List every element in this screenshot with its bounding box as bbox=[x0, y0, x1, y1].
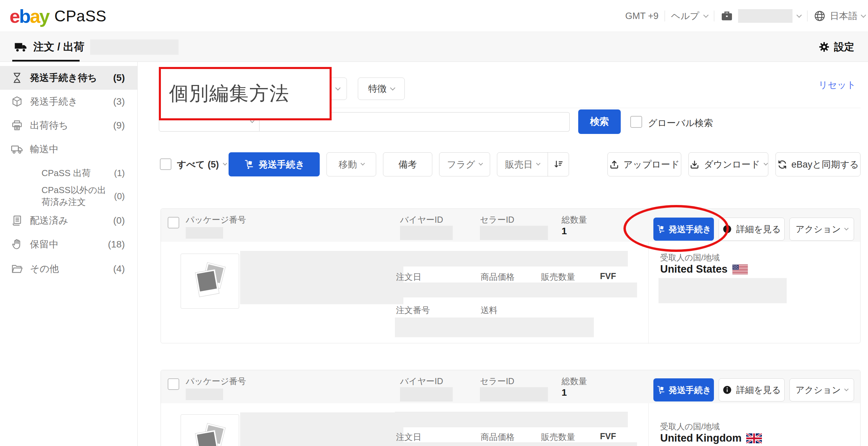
sort-button[interactable] bbox=[548, 153, 569, 176]
sidebar-item-delivered[interactable]: 配送済み (0) bbox=[0, 209, 138, 233]
recipient-country-value: United Kingdom bbox=[660, 432, 762, 444]
printer-icon bbox=[10, 119, 24, 132]
sidebar-item-count: (0) bbox=[113, 215, 125, 226]
item-price-label: 商品価格 bbox=[481, 431, 515, 443]
note-button[interactable]: 備考 bbox=[383, 152, 432, 176]
sidebar-item-count: (9) bbox=[113, 120, 125, 131]
redacted-account-name bbox=[738, 9, 792, 23]
flag-label: フラグ bbox=[447, 158, 475, 171]
total-qty-value: 1 bbox=[562, 226, 567, 237]
buyer-id-label: バイヤーID bbox=[400, 214, 443, 225]
truck-icon bbox=[10, 142, 24, 156]
sidebar-item-shipping-process[interactable]: 発送手続き (3) bbox=[0, 90, 138, 114]
tab-orders-shipments[interactable]: 注文 / 出荷 bbox=[14, 32, 84, 62]
feature-filter-button[interactable]: 特徴 bbox=[358, 78, 405, 100]
country-name: United States bbox=[660, 263, 728, 275]
total-qty-label: 総数量 bbox=[562, 376, 587, 387]
redacted-value bbox=[395, 412, 628, 427]
chevron-down-icon bbox=[361, 161, 365, 166]
redacted-item-title bbox=[240, 412, 403, 446]
sale-date-button[interactable]: 販売日 bbox=[497, 153, 548, 176]
download-button[interactable]: ダウンロード bbox=[688, 152, 768, 176]
upload-label: アップロード bbox=[623, 158, 680, 171]
folder-icon bbox=[10, 262, 24, 276]
sync-ebay-button[interactable]: eBayと同期する bbox=[775, 152, 861, 176]
flag-button[interactable]: フラグ bbox=[439, 152, 490, 176]
order-checkbox[interactable] bbox=[168, 378, 179, 390]
redacted-value bbox=[395, 251, 628, 267]
redacted-nav-item bbox=[90, 39, 179, 55]
info-icon bbox=[722, 385, 732, 395]
sidebar-item-count: (4) bbox=[113, 263, 125, 274]
sync-label: eBayと同期する bbox=[791, 158, 859, 171]
header-right-cluster: GMT +9 ヘルプ 日本語 bbox=[625, 0, 865, 32]
seller-id-label: セラーID bbox=[480, 214, 514, 225]
actions-button[interactable]: アクション bbox=[789, 378, 854, 401]
redacted-item-title bbox=[240, 251, 403, 304]
settings-button[interactable]: 設定 bbox=[818, 32, 854, 62]
divider bbox=[807, 11, 807, 21]
buyer-id-label: バイヤーID bbox=[400, 376, 443, 387]
sidebar-item-others[interactable]: その他 (4) bbox=[0, 257, 138, 281]
move-button[interactable]: 移動 bbox=[327, 152, 376, 176]
view-details-button[interactable]: 詳細を見る bbox=[719, 378, 785, 401]
select-all-checkbox[interactable] bbox=[160, 158, 171, 170]
sidebar-item-label: 保留中 bbox=[30, 238, 59, 251]
bulk-ship-process-button[interactable]: 発送手続き bbox=[229, 152, 320, 176]
select-all-dropdown[interactable]: すべて (5) bbox=[177, 152, 227, 176]
download-icon bbox=[689, 159, 700, 170]
global-search-checkbox[interactable] bbox=[630, 116, 642, 128]
view-details-label: 詳細を見る bbox=[736, 223, 781, 235]
country-name: United Kingdom bbox=[660, 432, 741, 444]
sidebar-item-label: 発送手続き待ち bbox=[30, 71, 97, 84]
redacted-value bbox=[186, 389, 223, 400]
briefcase-icon bbox=[720, 10, 733, 22]
product-image-placeholder bbox=[181, 414, 239, 446]
search-button[interactable]: 検索 bbox=[578, 109, 621, 134]
help-menu[interactable]: ヘルプ bbox=[671, 10, 708, 22]
account-menu[interactable] bbox=[720, 9, 801, 23]
reset-link[interactable]: リセット bbox=[818, 79, 856, 91]
sidebar-item-count: (0) bbox=[114, 191, 125, 202]
sidebar: 発送手続き待ち (5) 発送手続き (3) 出荷待ち (9) 輸送中 CPaSS… bbox=[0, 62, 138, 446]
sidebar-item-label: 配送済み bbox=[30, 214, 68, 227]
sidebar-item-non-cpass-shipped-orders[interactable]: CPaSS以外の出荷済み注文 (0) bbox=[0, 184, 138, 208]
move-label: 移動 bbox=[339, 158, 357, 171]
sidebar-item-in-transit[interactable]: 輸送中 bbox=[0, 137, 138, 161]
redacted-value bbox=[395, 318, 594, 337]
sidebar-item-on-hold[interactable]: 保留中 (18) bbox=[0, 233, 138, 256]
order-checkbox[interactable] bbox=[168, 217, 179, 228]
sidebar-item-label: 発送手続き bbox=[30, 95, 78, 108]
sidebar-item-awaiting-shipping-process[interactable]: 発送手続き待ち (5) bbox=[0, 66, 138, 90]
redacted-value bbox=[480, 226, 548, 240]
tab-orders-label: 注文 / 出荷 bbox=[33, 40, 84, 54]
language-menu[interactable]: 日本語 bbox=[814, 10, 865, 22]
divider bbox=[665, 11, 665, 21]
sidebar-item-label: 輸送中 bbox=[30, 143, 59, 156]
download-label: ダウンロード bbox=[704, 158, 760, 171]
fvf-label: FVF bbox=[600, 271, 616, 281]
redacted-value bbox=[400, 226, 453, 240]
sidebar-item-awaiting-shipment[interactable]: 出荷待ち (9) bbox=[0, 114, 138, 137]
photo-placeholder-icon bbox=[191, 261, 229, 301]
hourglass-icon bbox=[10, 71, 24, 85]
upload-button[interactable]: アップロード bbox=[607, 152, 681, 176]
total-qty-value: 1 bbox=[562, 387, 567, 398]
hand-icon bbox=[10, 238, 24, 251]
chevron-down-icon bbox=[479, 161, 483, 166]
search-button-label: 検索 bbox=[590, 115, 609, 128]
redacted-value bbox=[400, 387, 453, 401]
package-number-label: パッケージ番号 bbox=[186, 214, 246, 225]
chevron-down-icon bbox=[390, 85, 395, 90]
actions-button[interactable]: アクション bbox=[789, 218, 854, 241]
timezone-label: GMT +9 bbox=[625, 11, 658, 21]
ship-process-button[interactable]: 発送手続き bbox=[653, 378, 714, 401]
sidebar-item-cpass-shipments[interactable]: CPaSS 出荷 (1) bbox=[0, 161, 138, 185]
gear-icon bbox=[818, 41, 830, 53]
hand-truck-icon bbox=[244, 159, 254, 170]
redacted-value bbox=[186, 227, 223, 239]
chevron-down-icon bbox=[703, 12, 709, 18]
ebay-cpass-logo[interactable]: ebay CPaSS bbox=[10, 0, 106, 32]
select-all-label: すべて (5) bbox=[177, 158, 219, 171]
actions-label: アクション bbox=[796, 384, 841, 396]
